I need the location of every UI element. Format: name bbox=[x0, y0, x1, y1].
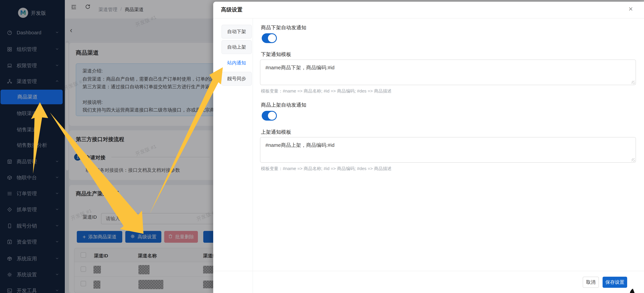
toggle-knob bbox=[268, 112, 276, 120]
textarea-resize-grip[interactable] bbox=[632, 158, 635, 162]
drawer-header: 高级设置 × bbox=[213, 2, 644, 18]
drawer-tab-label: 站内通知 bbox=[227, 60, 246, 66]
on-shelf-template-hint: 模板变量：#name => 商品名称; #id => 商品编码; #des =>… bbox=[261, 166, 392, 172]
tab-rail-divider bbox=[252, 18, 253, 293]
cancel-button[interactable]: 取消 bbox=[583, 277, 599, 288]
drawer-tab-label: 自动下架 bbox=[227, 28, 246, 35]
drawer-tab-site-notify[interactable]: 站内通知 bbox=[222, 56, 252, 70]
drawer-tab-auto-off-shelf[interactable]: 自动下架 bbox=[222, 25, 252, 38]
off-shelf-toggle[interactable] bbox=[262, 33, 277, 43]
app-root: 渠道管理 / 商品渠道 ‹ 上架/编辑供应商品 × 上架/编辑供应商品 × 角色… bbox=[0, 0, 644, 293]
close-icon[interactable]: × bbox=[628, 5, 633, 13]
off-shelf-switch-label: 商品下架自动发通知 bbox=[261, 24, 306, 31]
on-shelf-toggle[interactable] bbox=[262, 111, 277, 121]
off-shelf-template-label: 下架通知模板 bbox=[261, 51, 291, 58]
off-shelf-template-textarea[interactable]: #name商品下架，商品编码:#id bbox=[260, 59, 636, 85]
textarea-resize-grip[interactable] bbox=[632, 81, 635, 84]
on-shelf-template-textarea[interactable]: #name商品上架，商品编码:#id bbox=[260, 137, 636, 163]
drawer-tab-label: 自动上架 bbox=[227, 44, 246, 50]
on-shelf-template-label: 上架通知模板 bbox=[261, 129, 291, 136]
drawer-tab-nice-number-sync[interactable]: 靓号同步 bbox=[222, 72, 252, 86]
drawer-title: 高级设置 bbox=[221, 6, 242, 13]
save-settings-button[interactable]: 保存设置 bbox=[602, 277, 627, 288]
drawer-tab-label: 靓号同步 bbox=[227, 75, 246, 82]
advanced-settings-drawer: 高级设置 × 自动下架 自动上架 站内通知 靓号同步 商品下架自动发通知 下架通… bbox=[213, 2, 644, 293]
drawer-tab-auto-on-shelf[interactable]: 自动上架 bbox=[222, 40, 252, 54]
off-shelf-template-hint: 模板变量：#name => 商品名称; #id => 商品编码; #des =>… bbox=[261, 88, 392, 94]
toggle-knob bbox=[268, 34, 276, 42]
on-shelf-switch-label: 商品上架自动发通知 bbox=[261, 102, 306, 108]
drawer-footer-divider bbox=[213, 271, 644, 271]
